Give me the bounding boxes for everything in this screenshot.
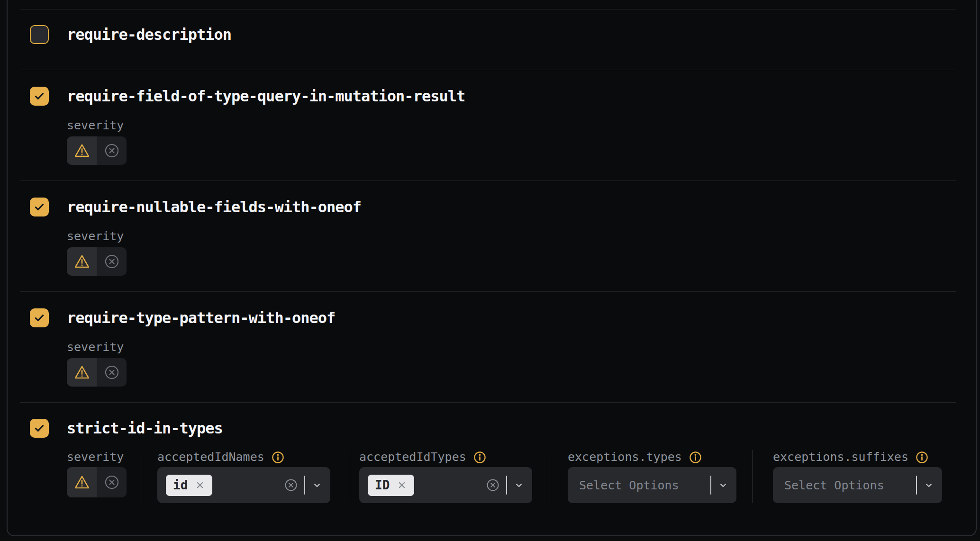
input-divider — [916, 476, 917, 495]
rule-config: severity acceptedIdNames id — [67, 450, 956, 503]
rule-row: require-field-of-type-query-in-mutation-… — [20, 70, 956, 180]
rule-config: severity — [67, 118, 956, 165]
select-placeholder: Select Options — [784, 478, 884, 492]
rule-row: strict-id-in-types severity acceptedIdNa… — [20, 402, 956, 536]
severity-toggle — [67, 136, 127, 165]
rule-row: require-description — [20, 9, 956, 70]
severity-off-button[interactable] — [97, 467, 127, 497]
clear-selection-button[interactable] — [284, 478, 298, 492]
info-icon[interactable] — [915, 451, 929, 464]
rule-checkbox[interactable] — [30, 25, 49, 44]
rules-list: require-description require-field-of-typ… — [8, 0, 976, 536]
option-label: exceptions.types — [568, 450, 682, 464]
circle-x-icon — [104, 143, 120, 159]
warning-icon — [73, 142, 91, 159]
exceptions-types-select[interactable]: Select Options — [568, 467, 736, 503]
rule-config: severity — [67, 340, 956, 387]
severity-warn-button[interactable] — [67, 358, 97, 387]
tag-label: id — [173, 478, 188, 492]
tag-label: ID — [375, 478, 390, 492]
chevron-down-icon[interactable] — [923, 479, 935, 491]
severity-toggle — [67, 467, 127, 497]
rule-checkbox[interactable] — [30, 198, 49, 216]
chevron-down-icon[interactable] — [311, 479, 323, 491]
severity-toggle — [67, 358, 127, 387]
chevron-down-icon[interactable] — [717, 479, 729, 491]
info-icon[interactable] — [689, 451, 702, 464]
rule-header: require-description — [20, 25, 956, 44]
rule-name: require-field-of-type-query-in-mutation-… — [67, 87, 465, 106]
tag-chip: id — [166, 475, 212, 496]
severity-label: severity — [67, 450, 127, 464]
severity-warn-button[interactable] — [67, 247, 97, 276]
rule-checkbox[interactable] — [30, 419, 49, 438]
accepted-id-types-multiselect[interactable]: ID — [359, 467, 532, 503]
rules-panel: require-description require-field-of-typ… — [7, 0, 977, 536]
tag-remove-icon[interactable] — [195, 480, 205, 490]
rule-row: require-nullable-fields-with-oneof sever… — [20, 180, 956, 291]
circle-x-icon — [104, 253, 120, 270]
input-divider — [304, 476, 305, 495]
circle-x-icon — [104, 474, 120, 490]
check-icon — [33, 312, 45, 324]
check-icon — [33, 422, 45, 434]
rule-name: strict-id-in-types — [67, 419, 223, 438]
option-label: acceptedIdNames — [157, 450, 264, 464]
severity-label: severity — [67, 340, 956, 354]
warning-icon — [73, 253, 91, 270]
chevron-down-icon[interactable] — [513, 479, 525, 491]
tag-remove-icon[interactable] — [397, 480, 407, 490]
severity-warn-button[interactable] — [67, 467, 97, 497]
accepted-id-names-multiselect[interactable]: id — [157, 467, 330, 503]
input-divider — [506, 476, 507, 495]
option-label: exceptions.suffixes — [773, 450, 908, 464]
exceptions-suffixes-column: exceptions.suffixes Select Options — [752, 450, 942, 503]
warning-icon — [73, 364, 91, 381]
rule-header: require-field-of-type-query-in-mutation-… — [20, 87, 956, 106]
severity-toggle — [67, 247, 127, 276]
tag-chip: ID — [368, 475, 414, 496]
option-label: acceptedIdTypes — [359, 450, 466, 464]
check-icon — [33, 201, 45, 213]
warning-icon — [73, 474, 91, 491]
rule-checkbox[interactable] — [30, 308, 49, 327]
rule-checkbox[interactable] — [30, 87, 49, 106]
rule-header: require-type-pattern-with-oneof — [20, 308, 956, 327]
severity-off-button[interactable] — [97, 247, 127, 276]
rule-header: strict-id-in-types — [20, 419, 956, 438]
rule-config: severity — [67, 229, 956, 276]
exceptions-types-column: exceptions.types Select Options — [548, 450, 752, 503]
input-divider — [710, 476, 711, 495]
rule-name: require-nullable-fields-with-oneof — [67, 198, 361, 216]
severity-label: severity — [67, 118, 956, 133]
severity-label: severity — [67, 229, 956, 243]
severity-off-button[interactable] — [97, 136, 127, 165]
accepted-id-names-column: acceptedIdNames id — [142, 450, 350, 503]
info-icon[interactable] — [473, 451, 487, 464]
check-icon — [33, 90, 45, 102]
rule-header: require-nullable-fields-with-oneof — [20, 198, 956, 216]
rule-name: require-type-pattern-with-oneof — [67, 308, 335, 327]
severity-column: severity — [67, 450, 142, 503]
rule-row: require-type-pattern-with-oneof severity — [20, 291, 956, 402]
severity-warn-button[interactable] — [67, 136, 97, 165]
rule-name: require-description — [67, 25, 231, 44]
exceptions-suffixes-select[interactable]: Select Options — [773, 467, 942, 503]
select-placeholder: Select Options — [579, 478, 679, 492]
circle-x-icon — [104, 364, 120, 380]
accepted-id-types-column: acceptedIdTypes ID — [350, 450, 548, 503]
severity-off-button[interactable] — [97, 358, 127, 387]
clear-selection-button[interactable] — [486, 478, 500, 492]
info-icon[interactable] — [271, 451, 285, 464]
